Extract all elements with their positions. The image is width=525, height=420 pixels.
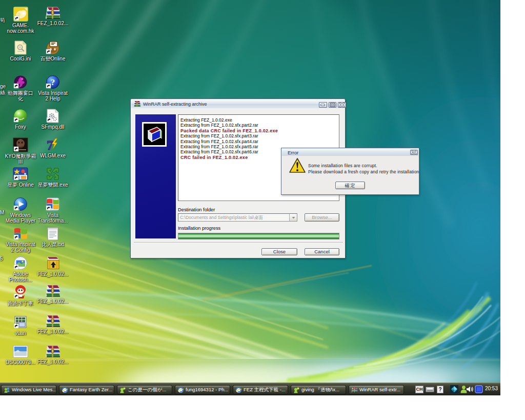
svg-text:?: ? [51,77,55,87]
